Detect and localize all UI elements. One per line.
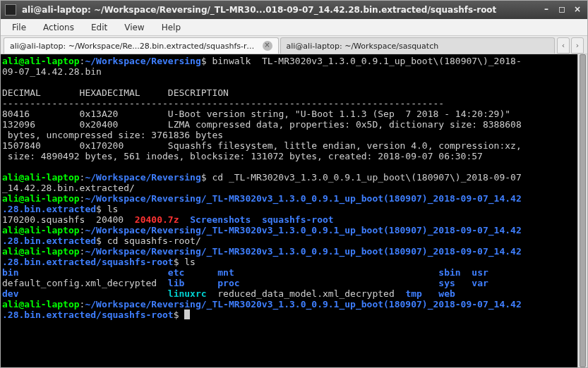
r3-hex: 0x170200 xyxy=(80,140,124,151)
prompt-user: ali@ali-laptop xyxy=(2,56,80,66)
menu-actions[interactable]: Actions xyxy=(36,21,81,34)
sq-linuxrc: linuxrc xyxy=(168,288,207,299)
r2-hex: 0x20400 xyxy=(80,119,119,130)
hdr-dec: DECIMAL xyxy=(2,87,41,98)
r2-desc1: LZMA compressed data, properties: 0x5D, … xyxy=(168,119,522,130)
prompt-path: ~/Workspace/Reversing xyxy=(85,56,200,66)
terminal-pane: ali@ali-laptop:~/Workspace/Reversing$ bi… xyxy=(1,54,587,367)
minimize-button[interactable]: – xyxy=(541,4,552,16)
sq-tmp: tmp xyxy=(405,288,421,299)
r1-hex: 0x13A20 xyxy=(80,109,119,119)
r2-dec: 132096 xyxy=(2,119,35,130)
maximize-button[interactable]: ◻ xyxy=(556,4,568,16)
cmd-cd-ext: cd _TL-MR3020v3_1.3.0_0.9.1_up_boot\(180… xyxy=(212,172,521,183)
cmd-cd-ext2: _14.42.28.bin.extracted/ xyxy=(2,183,135,193)
hdr-hex: HEXADECIMAL xyxy=(80,87,140,98)
cursor xyxy=(184,309,190,319)
sq-var: var xyxy=(472,278,488,288)
r1-dec: 80416 xyxy=(2,109,30,119)
r1-desc: U-Boot version string, "U-Boot 1.1.3 (Se… xyxy=(168,109,510,119)
hdr-desc: DESCRIPTION xyxy=(168,87,229,98)
tab-1-label: ali@ali-laptop: ~/Workspace/sasquatch xyxy=(287,42,549,51)
sq-web: web xyxy=(438,288,455,299)
cmd-ls: ls xyxy=(107,204,119,214)
sq-rdm: reduced_data_model.xml_decrypted xyxy=(217,288,394,299)
tab-scroll-right-icon[interactable]: › xyxy=(571,37,584,54)
r3-desc1: Squashfs filesystem, little endian, vers… xyxy=(168,140,522,151)
close-button[interactable]: × xyxy=(572,4,583,16)
menu-file[interactable]: File xyxy=(5,21,33,34)
titlebar: ali@ali-laptop: ~/Workspace/Reversing/_T… xyxy=(1,1,587,19)
sq-sbin: sbin xyxy=(438,267,460,278)
terminal-window: ali@ali-laptop: ~/Workspace/Reversing/_T… xyxy=(0,0,588,368)
ls-f1: 170200.squashfs xyxy=(2,214,85,225)
r3-dec: 1507840 xyxy=(2,140,41,151)
menu-edit[interactable]: Edit xyxy=(84,21,114,34)
hdr-sep: ----------------------------------------… xyxy=(2,98,444,109)
window-controls: – ◻ × xyxy=(541,4,583,16)
menu-view[interactable]: View xyxy=(117,21,151,34)
app-icon xyxy=(5,4,16,16)
scrollbar[interactable] xyxy=(577,54,587,367)
cmd-ls2: ls xyxy=(184,257,196,267)
ls-f2: 20400 xyxy=(96,214,124,225)
ls-d2: squashfs-root xyxy=(262,214,334,225)
tab-1[interactable]: ali@ali-laptop: ~/Workspace/sasquatch xyxy=(280,37,556,54)
sq-bin: bin xyxy=(2,267,18,278)
r3-desc2: size: 4890492 bytes, 561 inodes, blocksi… xyxy=(2,151,483,161)
tab-0[interactable]: ali@ali-laptop: ~/Workspace/Re...28.bin.… xyxy=(4,37,279,54)
menu-help[interactable]: Help xyxy=(155,21,188,34)
sq-mnt: mnt xyxy=(217,267,234,278)
cmd-cd-sq: cd squashfs-root/ xyxy=(107,235,201,246)
tabbar: ali@ali-laptop: ~/Workspace/Re...28.bin.… xyxy=(1,36,587,54)
sq-usr: usr xyxy=(472,267,488,278)
tab-scroll-left-icon[interactable]: ‹ xyxy=(557,37,570,54)
cmd-binwalk: binwalk TL-MR3020v3_1.3.0_0.9.1_up_boot\… xyxy=(212,56,521,66)
sq-etc: etc xyxy=(168,267,184,278)
ls-f3: 20400.7z xyxy=(135,214,179,225)
prompt-dollar: $ xyxy=(201,56,207,66)
sq-lib: lib xyxy=(168,278,184,288)
sq-sys: sys xyxy=(438,278,455,288)
sq-defc: default_config.xml_decrypted xyxy=(2,278,157,288)
terminal-output[interactable]: ali@ali-laptop:~/Workspace/Reversing$ bi… xyxy=(1,54,577,367)
tab-0-close-icon[interactable]: × xyxy=(263,41,272,51)
sq-proc: proc xyxy=(217,278,239,288)
tab-0-label: ali@ali-laptop: ~/Workspace/Re...28.bin.… xyxy=(10,42,258,51)
r2-desc2: bytes, uncompressed size: 3761836 bytes xyxy=(2,130,223,140)
window-title: ali@ali-laptop: ~/Workspace/Reversing/_T… xyxy=(22,5,541,15)
menubar: File Actions Edit View Help xyxy=(1,19,587,36)
scrollbar-thumb[interactable] xyxy=(580,54,586,367)
sq-dev: dev xyxy=(2,288,18,299)
ls-d1: Screenshots xyxy=(190,214,251,225)
cmd-binwalk-cont: 09-07_14.42.28.bin xyxy=(2,66,102,77)
